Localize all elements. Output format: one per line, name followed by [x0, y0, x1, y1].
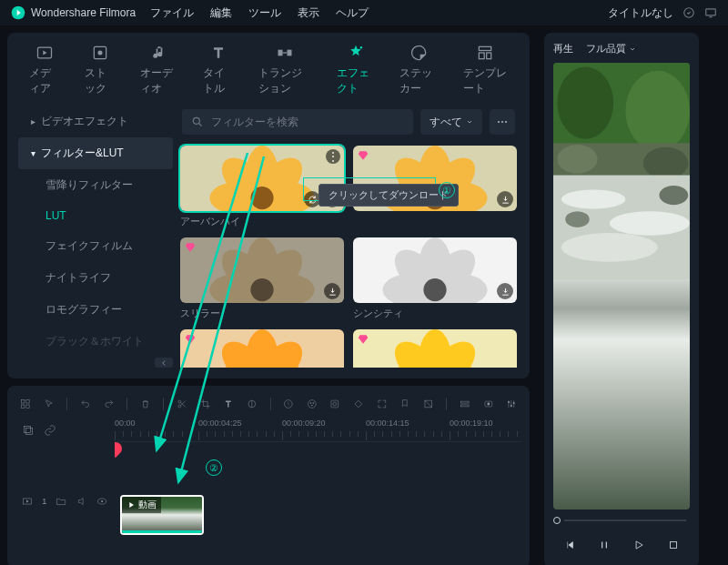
sidebar-sub-lomography[interactable]: ロモグラフィー	[18, 294, 173, 326]
template-icon	[476, 44, 494, 62]
prev-frame-button[interactable]	[560, 535, 580, 555]
tab-stock[interactable]: ストック	[85, 44, 115, 96]
svg-rect-90	[461, 405, 470, 407]
card-menu-icon[interactable]: ⋮	[326, 149, 340, 164]
scissors-icon[interactable]	[177, 397, 187, 411]
menu-file[interactable]: ファイル	[150, 5, 194, 21]
more-options-button[interactable]: ⋯	[490, 109, 515, 135]
svg-point-82	[308, 400, 316, 409]
svg-rect-97	[24, 426, 30, 432]
text-icon[interactable]	[223, 397, 234, 411]
sidebar-sub-snowfall[interactable]: 雪降りフィルター	[18, 169, 173, 201]
tab-template[interactable]: テンプレート	[463, 44, 509, 96]
diamond-icon	[184, 333, 197, 346]
link-icon[interactable]	[44, 424, 56, 437]
card-label: シンシティ	[353, 307, 517, 320]
redo-icon[interactable]	[104, 397, 115, 411]
track-icon[interactable]	[460, 397, 470, 411]
effect-card[interactable]: シンシティ	[353, 237, 517, 320]
svg-point-112	[659, 186, 688, 205]
sidebar-collapse-button[interactable]	[155, 358, 173, 368]
sidebar-filters-lut[interactable]: フィルター&LUT	[18, 137, 173, 169]
copy-icon[interactable]	[22, 424, 35, 437]
quality-dropdown[interactable]: フル品質	[586, 42, 636, 55]
app-name: Wondershare Filmora	[31, 6, 136, 19]
tab-media[interactable]: メディア	[29, 44, 59, 96]
folder-icon[interactable]	[56, 495, 66, 508]
play-button[interactable]	[629, 535, 649, 555]
playhead[interactable]	[115, 419, 116, 560]
svg-point-109	[610, 211, 690, 235]
tab-title[interactable]: タイトル	[203, 44, 233, 96]
menu-help[interactable]: ヘルプ	[336, 5, 369, 21]
timeline-clip[interactable]: 動画	[120, 495, 204, 535]
svg-rect-75	[26, 400, 29, 403]
crop-icon[interactable]	[200, 397, 211, 411]
search-input[interactable]: フィルターを検索	[182, 109, 413, 135]
diamond-icon	[357, 149, 369, 162]
timeline: 1 00:0000:00:04:2500:00:09:2000:00:14:15…	[7, 386, 530, 565]
menu-edit[interactable]: 編集	[210, 5, 232, 21]
stock-icon	[91, 44, 109, 62]
download-icon[interactable]	[497, 191, 513, 207]
svg-point-12	[193, 117, 199, 124]
svg-rect-77	[26, 405, 29, 408]
grid-icon[interactable]	[20, 397, 31, 411]
search-icon	[191, 116, 204, 128]
svg-point-106	[643, 147, 688, 179]
cloud-sync-icon[interactable]	[682, 6, 695, 19]
svg-point-5	[97, 51, 102, 55]
timeline-ruler[interactable]: 00:0000:00:04:2500:00:09:2000:00:14:1500…	[115, 419, 522, 442]
expand-icon[interactable]	[377, 397, 388, 411]
adjust-icon[interactable]	[247, 397, 258, 411]
mixer-icon[interactable]	[506, 397, 517, 411]
tab-transition[interactable]: トランジション	[258, 44, 311, 96]
title-icon	[209, 44, 228, 62]
tab-audio[interactable]: オーディオ	[140, 44, 177, 96]
filter-dropdown[interactable]: すべて	[420, 109, 482, 135]
svg-point-79	[178, 400, 181, 403]
undo-icon[interactable]	[80, 397, 91, 411]
monitor-icon[interactable]	[704, 6, 717, 19]
sidebar-sub-nightlife[interactable]: ナイトライフ	[18, 262, 173, 294]
menu-view[interactable]: 表示	[298, 5, 319, 21]
cursor-icon[interactable]	[44, 397, 55, 411]
svg-point-95	[513, 402, 515, 404]
download-tooltip: クリックしてダウンロード	[318, 184, 459, 207]
preview-scrubber[interactable]	[553, 510, 690, 531]
preview-viewport[interactable]	[553, 63, 690, 510]
effect-grid: ⋮ アーバンハイ	[178, 144, 519, 368]
preview-play-label: 再生	[553, 42, 573, 55]
color-icon[interactable]	[307, 397, 318, 411]
effect-card[interactable]: スリラー	[180, 237, 344, 320]
menu-tools[interactable]: ツール	[248, 5, 281, 21]
tab-sticker[interactable]: ステッカー	[399, 44, 437, 96]
sidebar-sub-fakefilm[interactable]: フェイクフィルム	[18, 230, 173, 262]
svg-point-78	[178, 405, 181, 408]
svg-rect-89	[461, 401, 470, 403]
download-icon[interactable]	[324, 283, 340, 299]
effect-card[interactable]: ハッピーデイズ向	[353, 329, 517, 368]
eye-icon[interactable]	[96, 495, 107, 508]
mute-icon[interactable]	[76, 495, 87, 508]
svg-point-110	[561, 233, 658, 262]
menu-bar: ファイル 編集 ツール 表示 ヘルプ	[150, 5, 369, 21]
sidebar-video-effects[interactable]: ビデオエフェクト	[18, 106, 173, 137]
keyframe-icon[interactable]	[353, 397, 364, 411]
sticker-icon	[410, 44, 428, 62]
delete-icon[interactable]	[140, 397, 151, 411]
stop-button[interactable]	[663, 535, 683, 555]
play-pause-button[interactable]	[594, 535, 614, 555]
download-icon[interactable]	[497, 283, 513, 299]
record-icon[interactable]	[483, 397, 494, 411]
svg-rect-9	[480, 46, 491, 50]
sidebar-sub-bw[interactable]: ブラック＆ホワイト	[18, 326, 173, 358]
sidebar-sub-lut[interactable]: LUT	[18, 201, 173, 230]
marker-icon[interactable]	[399, 397, 410, 411]
tab-effect[interactable]: エフェクト	[337, 44, 374, 96]
speed-icon[interactable]	[283, 397, 294, 411]
greenscreen-icon[interactable]	[329, 397, 340, 411]
diamond-icon	[184, 241, 197, 254]
effect-card[interactable]	[180, 329, 344, 368]
mask-icon[interactable]	[423, 397, 434, 411]
